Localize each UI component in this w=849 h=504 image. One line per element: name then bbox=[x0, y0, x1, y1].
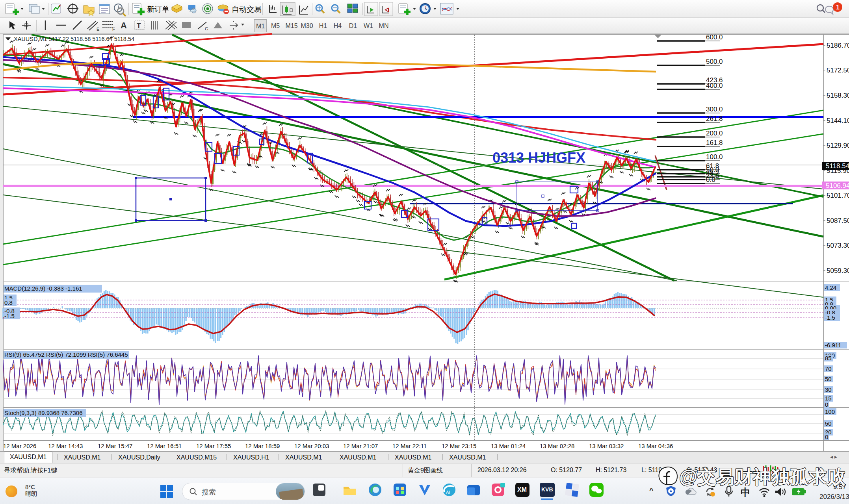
svg-text:161.8: 161.8 bbox=[706, 139, 723, 146]
svg-text:12 Mar 23:15: 12 Mar 23:15 bbox=[442, 443, 476, 449]
svg-text:12 Mar 17:55: 12 Mar 17:55 bbox=[196, 443, 231, 449]
svg-text:5172.50: 5172.50 bbox=[827, 67, 849, 74]
svg-text:12 Mar 2026: 12 Mar 2026 bbox=[3, 443, 36, 449]
svg-text:5073.30: 5073.30 bbox=[827, 242, 849, 249]
svg-text:12 Mar 21:07: 12 Mar 21:07 bbox=[343, 443, 378, 449]
svg-text:13 Mar 01:24: 13 Mar 01:24 bbox=[491, 443, 526, 449]
svg-text:0313 HJHGFX: 0313 HJHGFX bbox=[492, 150, 585, 166]
svg-text:400.0: 400.0 bbox=[706, 82, 723, 89]
svg-text:Stoch(9,3,3) 89.9368 76.7306: Stoch(9,3,3) 89.9368 76.7306 bbox=[4, 410, 83, 416]
svg-text:5158.30: 5158.30 bbox=[827, 92, 849, 99]
svg-text:0.8: 0.8 bbox=[4, 299, 13, 306]
svg-text:13 Mar 02:28: 13 Mar 02:28 bbox=[540, 443, 574, 449]
svg-text:-1.5: -1.5 bbox=[4, 313, 15, 319]
svg-text:5059.30: 5059.30 bbox=[827, 267, 849, 274]
svg-text:300.0: 300.0 bbox=[706, 106, 723, 113]
svg-text:@交易财神独孤求败: @交易财神独孤求败 bbox=[679, 466, 846, 487]
svg-text:12 Mar 16:51: 12 Mar 16:51 bbox=[147, 443, 182, 449]
svg-text:13 Mar 03:32: 13 Mar 03:32 bbox=[589, 443, 624, 449]
svg-text:XAUUSD,M1 5117.22 5118.58 511: XAUUSD,M1 5117.22 5118.58 5116.64 5118.5… bbox=[14, 36, 134, 42]
svg-text:0: 0 bbox=[825, 401, 828, 408]
svg-text:261.8: 261.8 bbox=[706, 115, 723, 122]
svg-text:5186.70: 5186.70 bbox=[827, 42, 849, 49]
svg-text:5106.94: 5106.94 bbox=[826, 182, 849, 189]
svg-text:5087.50: 5087.50 bbox=[827, 217, 849, 224]
svg-text:50: 50 bbox=[825, 376, 832, 382]
svg-text:500.0: 500.0 bbox=[706, 58, 723, 65]
svg-text:100: 100 bbox=[825, 408, 835, 415]
svg-text:RSI(9) 65.4752 RSI(5) 72.1099: RSI(9) 65.4752 RSI(5) 72.1099 RSI(5) 76.… bbox=[4, 351, 128, 358]
svg-text:0: 0 bbox=[825, 434, 828, 440]
svg-text:12 Mar 22:11: 12 Mar 22:11 bbox=[392, 443, 427, 449]
svg-text:5101.70: 5101.70 bbox=[827, 192, 849, 199]
svg-text:-6.911: -6.911 bbox=[825, 342, 841, 348]
svg-text:70: 70 bbox=[825, 365, 832, 372]
svg-text:50: 50 bbox=[825, 420, 832, 427]
svg-text:-1.5: -1.5 bbox=[825, 314, 835, 321]
svg-text:AI: AI bbox=[446, 490, 450, 495]
svg-text:MACD(12,26,9) -0.383 -1.161: MACD(12,26,9) -0.383 -1.161 bbox=[4, 285, 82, 292]
svg-text:12 Mar 15:47: 12 Mar 15:47 bbox=[98, 443, 132, 449]
svg-text:5129.90: 5129.90 bbox=[827, 142, 849, 149]
svg-text:600.0: 600.0 bbox=[706, 33, 723, 41]
svg-text:12 Mar 18:59: 12 Mar 18:59 bbox=[245, 443, 280, 449]
svg-text:0.0: 0.0 bbox=[706, 176, 715, 183]
svg-text:30: 30 bbox=[825, 386, 832, 393]
svg-text:200.0: 200.0 bbox=[706, 130, 723, 137]
svg-text:5144.10: 5144.10 bbox=[827, 117, 849, 124]
svg-text:12 Mar 14:43: 12 Mar 14:43 bbox=[48, 443, 83, 449]
svg-text:12 Mar 20:03: 12 Mar 20:03 bbox=[294, 443, 329, 449]
svg-text:100.0: 100.0 bbox=[706, 153, 723, 161]
svg-text:5118.54: 5118.54 bbox=[826, 162, 849, 170]
svg-text:15: 15 bbox=[825, 395, 832, 402]
svg-text:4.24: 4.24 bbox=[825, 284, 836, 291]
svg-text:13 Mar 04:36: 13 Mar 04:36 bbox=[638, 443, 673, 449]
svg-text:85: 85 bbox=[825, 355, 832, 361]
